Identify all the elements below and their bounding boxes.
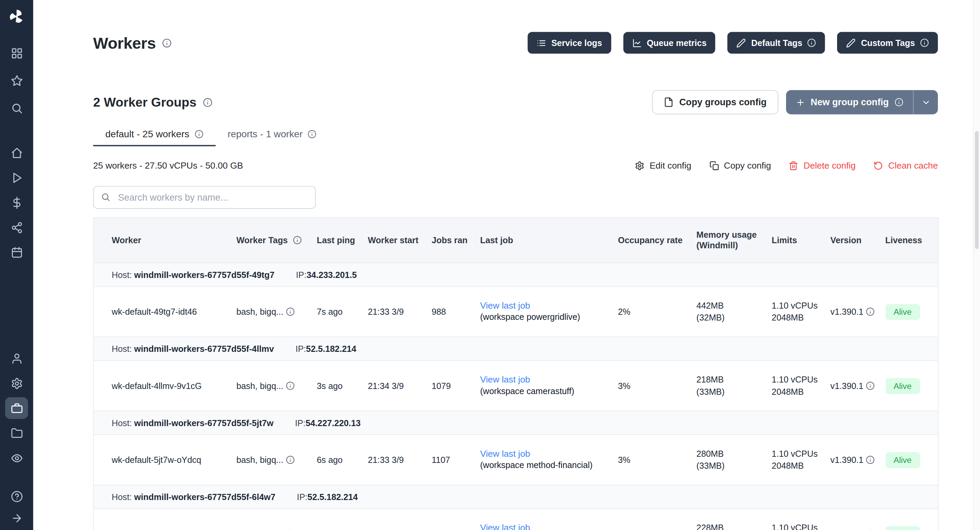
header-buttons: Service logs Queue metrics Default Tags … xyxy=(528,32,938,54)
info-icon[interactable] xyxy=(203,97,212,107)
copy-config-button[interactable]: Copy config xyxy=(709,160,771,171)
worker-name: wk-default-4llmv-9v1cG xyxy=(94,360,234,411)
jobs-ran: 1079 xyxy=(429,360,478,411)
trash-icon xyxy=(789,161,798,170)
ip-label: IP: xyxy=(296,270,307,279)
info-icon[interactable] xyxy=(286,381,295,390)
limits: 1.10 vCPUs 2048MB xyxy=(769,509,828,530)
sidebar-item-home[interactable] xyxy=(5,142,28,163)
sidebar-group-top xyxy=(5,42,28,119)
info-icon[interactable] xyxy=(286,307,295,316)
view-last-job-link[interactable]: View last job xyxy=(480,448,530,458)
liveness-badge: Alive xyxy=(885,526,920,530)
queue-metrics-button[interactable]: Queue metrics xyxy=(623,32,715,54)
limits: 1.10 vCPUs 2048MB xyxy=(769,286,828,337)
sidebar-item-variables[interactable] xyxy=(5,192,28,214)
host-label: Host: xyxy=(111,418,132,428)
windmill-logo[interactable] xyxy=(0,0,33,34)
copy-groups-config-button[interactable]: Copy groups config xyxy=(652,90,778,114)
config-actions: Edit config Copy config Delete config Cl… xyxy=(635,160,938,171)
sidebar-item-runs[interactable] xyxy=(5,166,28,188)
clean-cache-button[interactable]: Clean cache xyxy=(873,160,938,171)
occupancy-rate: 3% xyxy=(615,509,694,530)
pencil-icon xyxy=(737,38,746,48)
last-job-workspace: (workspace powergridlive) xyxy=(480,312,613,323)
info-icon[interactable] xyxy=(866,455,875,464)
sidebar-item-workspace[interactable] xyxy=(5,42,28,64)
worker-row: wk-default-5jt7w-oYdcq bash, bigq... 6s … xyxy=(94,435,939,485)
host-label: Host: xyxy=(111,270,132,279)
view-last-job-link[interactable]: View last job xyxy=(480,374,530,385)
scrollbar-thumb[interactable] xyxy=(975,131,978,249)
workers-table: Worker Worker Tags Last ping Worker star… xyxy=(93,217,939,530)
tab-default-label: default - 25 workers xyxy=(105,128,189,139)
version: v1.390.1 xyxy=(828,360,883,411)
list-icon xyxy=(537,38,546,48)
host-row: Host: windmill-workers-67757d55f-5jt7w I… xyxy=(94,411,939,435)
sidebar-item-settings[interactable] xyxy=(5,372,28,394)
scrollbar[interactable] xyxy=(973,0,980,530)
worker-row: wk-default-6l4w7-XwBaC bash, bigq... 2s … xyxy=(94,509,939,530)
memory-usage: 218MB (33MB) xyxy=(694,360,769,411)
tab-reports[interactable]: reports - 1 worker xyxy=(215,125,329,147)
plus-icon xyxy=(795,97,805,107)
worker-start: 21:33 3/9 xyxy=(365,286,429,337)
sidebar-item-folders[interactable] xyxy=(5,422,28,444)
search-input[interactable] xyxy=(93,186,316,209)
copy-icon xyxy=(709,161,719,170)
sidebar-expand[interactable] xyxy=(5,509,28,528)
clean-cache-label: Clean cache xyxy=(888,160,938,171)
worker-start: 21:33 3/9 xyxy=(365,509,429,530)
title-row: Workers Service logs Queue metrics Defau… xyxy=(93,32,938,54)
version: v1.390.1 xyxy=(828,286,883,337)
worker-name: wk-default-5jt7w-oYdcq xyxy=(94,435,234,485)
host-ip: 52.5.182.214 xyxy=(306,344,356,354)
delete-config-button[interactable]: Delete config xyxy=(789,160,856,171)
new-group-config-dropdown[interactable] xyxy=(914,90,938,114)
view-last-job-link[interactable]: View last job xyxy=(480,300,530,310)
sidebar-item-resources[interactable] xyxy=(5,217,28,238)
memory-usage: 280MB (33MB) xyxy=(694,435,769,485)
dollar-icon xyxy=(11,196,23,209)
sidebar-item-users[interactable] xyxy=(5,347,28,369)
last-ping: 6s ago xyxy=(314,435,365,485)
folder-icon xyxy=(11,427,23,439)
sidebar-item-schedules[interactable] xyxy=(5,241,28,263)
calendar-icon xyxy=(11,246,23,259)
default-tags-button[interactable]: Default Tags xyxy=(727,32,825,54)
last-ping: 2s ago xyxy=(314,509,365,530)
service-logs-button[interactable]: Service logs xyxy=(528,32,611,54)
sidebar-item-favorites[interactable] xyxy=(5,69,28,91)
sidebar-item-audit-logs[interactable] xyxy=(5,447,28,469)
info-icon[interactable] xyxy=(866,381,875,390)
edit-config-button[interactable]: Edit config xyxy=(635,160,692,171)
tab-default[interactable]: default - 25 workers xyxy=(93,125,216,147)
info-icon[interactable] xyxy=(866,307,875,316)
worker-tags: bash, bigq... xyxy=(237,455,283,465)
worker-start: 21:34 3/9 xyxy=(365,360,429,411)
host-ip: 52.5.182.214 xyxy=(308,492,358,502)
arrow-right-icon xyxy=(11,512,23,524)
ip-label: IP: xyxy=(295,418,305,428)
col-last-ping: Last ping xyxy=(314,217,365,263)
host-row: Host: windmill-workers-67757d55f-49tg7 I… xyxy=(94,263,939,286)
sidebar xyxy=(0,0,33,530)
sidebar-item-search[interactable] xyxy=(5,97,28,119)
delete-config-label: Delete config xyxy=(803,160,856,171)
info-icon xyxy=(920,38,929,47)
host-name: windmill-workers-67757d55f-6l4w7 xyxy=(134,492,275,502)
sidebar-item-help[interactable] xyxy=(5,487,28,506)
custom-tags-button[interactable]: Custom Tags xyxy=(837,32,938,54)
info-icon[interactable] xyxy=(293,235,301,244)
host-name: windmill-workers-67757d55f-4llmv xyxy=(134,344,274,354)
view-last-job-link[interactable]: View last job xyxy=(480,522,530,530)
info-icon[interactable] xyxy=(286,455,295,464)
help-icon xyxy=(11,490,23,503)
host-row: Host: windmill-workers-67757d55f-6l4w7 I… xyxy=(94,485,939,509)
new-group-config-button[interactable]: New group config xyxy=(786,90,938,114)
new-group-config-main[interactable]: New group config xyxy=(786,90,913,114)
sidebar-item-workers[interactable] xyxy=(5,397,28,419)
col-limits: Limits xyxy=(769,217,828,263)
info-icon xyxy=(808,38,816,47)
info-icon[interactable] xyxy=(162,38,172,48)
